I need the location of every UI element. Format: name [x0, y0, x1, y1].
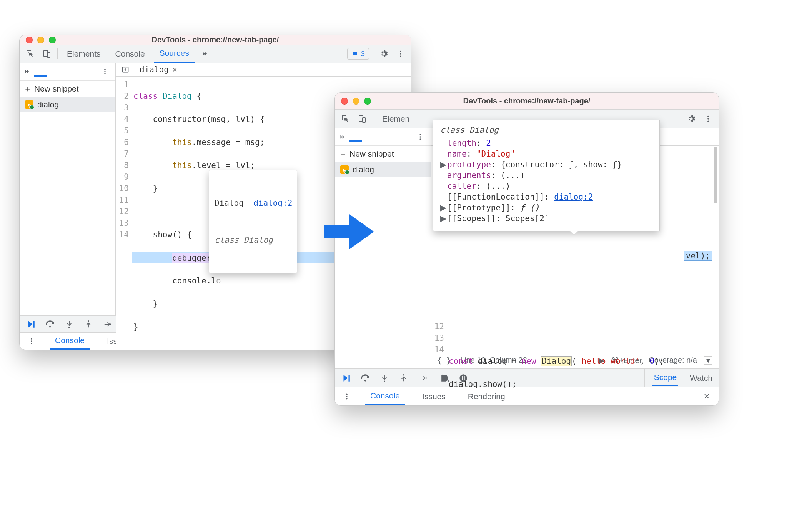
traffic-lights [26, 37, 56, 43]
close-icon[interactable] [26, 37, 33, 43]
svg-point-9 [49, 326, 51, 327]
inspect-icon[interactable] [23, 47, 37, 60]
scrollbar-thumb[interactable] [714, 147, 717, 203]
svg-point-28 [364, 380, 366, 381]
editor-tab[interactable]: dialog × [136, 63, 180, 76]
svg-point-35 [346, 393, 347, 395]
svg-point-10 [68, 327, 70, 328]
svg-point-11 [88, 320, 89, 322]
gear-icon[interactable] [377, 47, 390, 60]
svg-point-6 [104, 71, 105, 72]
code-fragment-tail: vel); [684, 251, 712, 260]
svg-point-18 [31, 343, 32, 344]
inspect-icon[interactable] [339, 112, 352, 125]
device-toggle-icon[interactable] [356, 112, 369, 125]
gear-icon[interactable] [685, 112, 698, 125]
panel-kebab-icon[interactable] [98, 65, 111, 78]
more-tabs-icon[interactable] [198, 47, 211, 60]
resume-icon[interactable] [339, 372, 353, 385]
svg-point-3 [400, 53, 401, 55]
drawer-kebab-icon[interactable] [340, 390, 353, 403]
plus-icon: ＋ [339, 148, 347, 160]
more-nav-icon[interactable] [339, 130, 346, 143]
nav-back-icon[interactable] [119, 63, 132, 76]
titlebar: DevTools - chrome://new-tab-page/ [20, 35, 411, 45]
navigator-panel: ＋ New snippet ▸ dialog [20, 63, 116, 315]
devtools-window-2: DevTools - chrome://new-tab-page/ Elemen [334, 92, 719, 406]
svg-point-31 [425, 377, 427, 379]
svg-point-25 [419, 136, 421, 137]
expand-icon[interactable]: ▶ [440, 160, 447, 169]
add-snippet-button[interactable]: ＋ New snippet [20, 81, 115, 97]
transition-arrow-icon [321, 204, 377, 260]
drawer-tab-console[interactable]: Console [365, 388, 405, 405]
step-icon[interactable] [101, 318, 114, 331]
drawer-kebab-icon[interactable] [25, 335, 38, 348]
defn-link[interactable]: dialog:2 [253, 198, 292, 208]
step-out-icon[interactable] [397, 372, 410, 385]
minimize-icon[interactable] [353, 98, 359, 105]
svg-point-30 [403, 374, 404, 375]
kebab-icon[interactable] [394, 47, 407, 60]
svg-point-17 [31, 340, 32, 342]
window-title: DevTools - chrome://new-tab-page/ [335, 97, 719, 105]
defn-link[interactable]: dialog:2 [554, 192, 593, 202]
tab-elements[interactable]: Elements [62, 46, 106, 62]
step-out-icon[interactable] [82, 318, 95, 331]
svg-point-16 [31, 338, 32, 340]
tab-console[interactable]: Console [110, 46, 150, 62]
window-title: DevTools - chrome://new-tab-page/ [20, 35, 411, 44]
main-toolbar: Elements Console Sources 3 [20, 45, 411, 63]
svg-point-36 [346, 396, 347, 397]
drawer-tab-issues[interactable]: Issues [417, 389, 451, 404]
step-icon[interactable] [416, 372, 429, 385]
expand-icon[interactable]: ▶ [440, 214, 447, 223]
tab-elements[interactable]: Elemen [377, 111, 415, 127]
svg-point-5 [104, 69, 105, 70]
panel-kebab-icon[interactable] [414, 130, 427, 143]
svg-point-23 [707, 120, 709, 122]
plus-icon: ＋ [23, 83, 32, 95]
step-over-icon[interactable] [359, 372, 372, 385]
minimize-icon[interactable] [37, 37, 44, 43]
svg-point-21 [707, 115, 709, 117]
svg-point-26 [419, 138, 421, 140]
add-snippet-button[interactable]: ＋ New snippet [335, 146, 431, 162]
step-over-icon[interactable] [43, 318, 57, 331]
snippet-icon: ▸ [340, 165, 349, 174]
svg-point-24 [419, 134, 421, 135]
svg-point-12 [110, 323, 111, 325]
more-nav-icon[interactable] [23, 65, 30, 78]
hover-tooltip-big: class Dialog length: 2 name: "Dialog" ▶p… [433, 120, 660, 231]
svg-point-4 [400, 56, 401, 57]
kebab-icon[interactable] [702, 112, 715, 125]
device-toggle-icon[interactable] [40, 47, 53, 60]
close-tab-icon[interactable]: × [173, 65, 177, 74]
svg-point-37 [346, 398, 347, 399]
svg-point-22 [707, 118, 709, 120]
tab-sources[interactable]: Sources [154, 45, 195, 63]
issues-badge[interactable]: 3 [347, 48, 369, 60]
snippet-file-item[interactable]: ▸ dialog [20, 97, 115, 112]
resume-icon[interactable] [24, 318, 37, 331]
snippet-icon: ▸ [25, 100, 33, 109]
titlebar: DevTools - chrome://new-tab-page/ [335, 93, 719, 110]
expand-icon[interactable]: ▶ [440, 203, 447, 212]
hover-tooltip-small: Dialog dialog:2 class Dialog [209, 170, 297, 273]
maximize-icon[interactable] [49, 37, 56, 43]
step-into-icon[interactable] [378, 372, 391, 385]
step-into-icon[interactable] [63, 318, 76, 331]
svg-point-29 [384, 380, 385, 382]
gutter: 1234567891011121314 [116, 77, 132, 350]
svg-point-2 [400, 51, 401, 52]
hover-token[interactable]: Dialog [541, 356, 572, 366]
maximize-icon[interactable] [364, 98, 371, 105]
svg-point-7 [104, 73, 105, 75]
snippet-file-item[interactable]: ▸ dialog [335, 162, 431, 177]
close-icon[interactable] [341, 98, 348, 105]
drawer-tab-console[interactable]: Console [50, 333, 90, 350]
